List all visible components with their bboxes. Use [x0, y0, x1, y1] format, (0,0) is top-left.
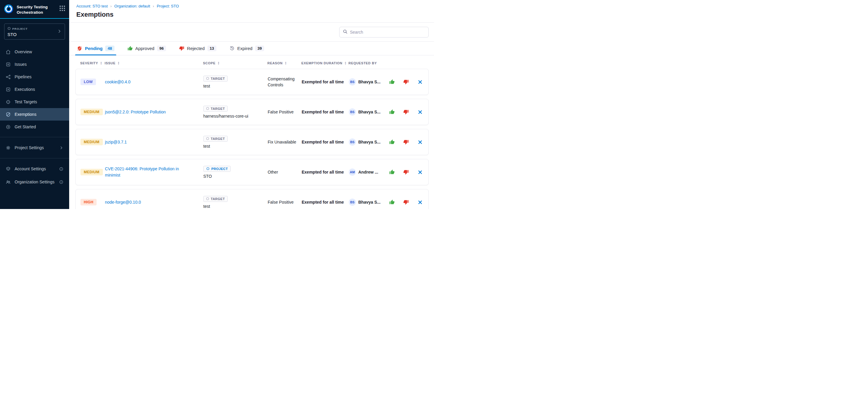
- project-selector[interactable]: PROJECT STO: [4, 24, 65, 40]
- thumbs-up-icon: [389, 139, 395, 145]
- issue-link[interactable]: cookie@0.4.0: [105, 79, 139, 85]
- sidebar-item-executions[interactable]: Executions: [0, 83, 69, 96]
- tab-approved[interactable]: Approved 96: [128, 42, 166, 55]
- duration-cell: Exempted for all time: [302, 200, 349, 205]
- column-header-issue[interactable]: ISSUE▲▼: [104, 61, 203, 65]
- severity-cell: MEDIUM: [81, 169, 105, 175]
- exemption-row: MEDIUM CVE-2021-44906: Prototype Polluti…: [75, 159, 429, 185]
- duration-cell: Exempted for all time: [302, 79, 349, 84]
- issue-link[interactable]: json5@2.2.0: Prototype Pollution: [105, 109, 174, 115]
- avatar: BS: [349, 138, 356, 146]
- avatar: BS: [349, 78, 356, 85]
- reject-button[interactable]: [403, 139, 409, 145]
- issue-link[interactable]: CVE-2021-44906: Prototype Pollution in m…: [105, 166, 203, 178]
- reason-cell: Fix Unavailable: [268, 139, 302, 145]
- target-ring-icon: [206, 77, 209, 80]
- breadcrumb-project-link[interactable]: Project: STO: [157, 4, 179, 8]
- column-header-severity[interactable]: SEVERITY▲▼: [80, 61, 104, 65]
- breadcrumb-account-link[interactable]: Account: STO test: [76, 4, 107, 8]
- scope-value: test: [203, 84, 268, 89]
- approve-button[interactable]: [389, 169, 395, 175]
- severity-cell: MEDIUM: [81, 139, 105, 145]
- exemptions-table: SEVERITY▲▼ ISSUE▲▼ SCOPE▲▼ REASON▲▼ EXEM…: [69, 56, 434, 209]
- tab-expired[interactable]: Expired 39: [229, 42, 264, 55]
- reject-button[interactable]: [403, 109, 409, 115]
- thumbs-down-icon: [403, 109, 409, 115]
- requested-by-cell: BS Bhavya S...: [349, 78, 386, 85]
- thumbs-up-icon: [389, 109, 395, 115]
- pending-count-badge: 48: [105, 45, 114, 51]
- requested-by-cell: BS Bhavya S...: [349, 108, 386, 115]
- severity-badge: MEDIUM: [81, 109, 103, 115]
- approve-button[interactable]: [389, 109, 395, 115]
- issue-link[interactable]: node-forge@0.10.0: [105, 199, 149, 205]
- thumbs-down-icon: [403, 169, 409, 175]
- issue-link[interactable]: jszip@3.7.1: [105, 139, 135, 145]
- sidebar-item-account-settings[interactable]: Account Settings: [0, 162, 69, 175]
- cancel-button[interactable]: [417, 139, 423, 145]
- sidebar-item-pipelines[interactable]: Pipelines: [0, 71, 69, 83]
- scope-cell: TARGET test: [203, 136, 268, 148]
- severity-cell: LOW: [81, 79, 105, 85]
- approve-button[interactable]: [389, 79, 395, 85]
- reason-cell: False Positive: [268, 199, 302, 205]
- duration-cell: Exempted for all time: [302, 170, 349, 174]
- column-header-exemption-duration[interactable]: EXEMPTION DURATION▲▼: [301, 61, 348, 65]
- main-content: Account: STO test › Organization: defaul…: [69, 0, 434, 209]
- approve-button[interactable]: [389, 199, 395, 205]
- target-icon: [6, 99, 11, 104]
- requester-name: Bhavya S...: [358, 79, 381, 84]
- reason-cell: Compensating Controls: [268, 76, 302, 88]
- severity-badge: HIGH: [81, 199, 97, 205]
- search-input[interactable]: [350, 30, 425, 35]
- requester-name: Bhavya S...: [358, 200, 381, 205]
- executions-icon: [6, 87, 11, 92]
- severity-badge: LOW: [81, 79, 96, 85]
- actions-cell: [386, 199, 424, 205]
- sidebar-item-test-targets[interactable]: Test Targets: [0, 96, 69, 108]
- breadcrumb-organization-link[interactable]: Organization: default: [115, 4, 150, 8]
- scope-target-badge: TARGET: [203, 76, 228, 81]
- tab-rejected[interactable]: Rejected 13: [179, 42, 216, 55]
- sidebar-item-overview[interactable]: Overview: [0, 45, 69, 58]
- scope-value: test: [203, 204, 268, 209]
- search-box: [339, 27, 429, 37]
- sidebar-item-issues[interactable]: Issues: [0, 58, 69, 71]
- exemption-row: MEDIUM json5@2.2.0: Prototype Pollution …: [75, 99, 429, 125]
- reject-button[interactable]: [403, 79, 409, 85]
- column-header-reason[interactable]: REASON▲▼: [268, 61, 301, 65]
- cancel-button[interactable]: [417, 79, 423, 85]
- sidebar-item-organization-settings[interactable]: Organization Settings: [0, 175, 69, 188]
- project-cube-icon: [7, 26, 11, 31]
- sidebar-item-get-started[interactable]: Get Started: [0, 120, 69, 133]
- sidebar-item-exemptions[interactable]: Exemptions: [0, 108, 69, 120]
- breadcrumb-separator: ›: [107, 4, 114, 8]
- cancel-button[interactable]: [417, 109, 423, 115]
- thumbs-up-icon: [389, 79, 395, 84]
- close-icon: [418, 80, 423, 84]
- scope-cell: TARGET test: [203, 196, 268, 209]
- reject-button[interactable]: [403, 199, 409, 205]
- avatar: BS: [349, 108, 356, 115]
- project-name: STO: [7, 32, 57, 37]
- reason-cell: Other: [268, 169, 302, 175]
- app-switcher-grid-icon[interactable]: [60, 6, 65, 11]
- cancel-button[interactable]: [417, 169, 423, 175]
- thumbs-up-icon: [128, 46, 133, 51]
- sidebar-nav: Overview Issues Pipelines Executions Tes…: [0, 45, 69, 133]
- reject-button[interactable]: [403, 169, 409, 175]
- actions-cell: [386, 139, 424, 145]
- cancel-button[interactable]: [417, 199, 423, 205]
- divider: [0, 137, 69, 137]
- toolbar: [69, 23, 434, 42]
- severity-badge: MEDIUM: [81, 169, 103, 175]
- layers-icon: [6, 166, 11, 172]
- target-ring-icon: [206, 137, 209, 140]
- sidebar-item-project-settings[interactable]: Project Settings: [0, 141, 69, 154]
- column-header-scope[interactable]: SCOPE▲▼: [203, 61, 268, 65]
- approve-button[interactable]: [389, 139, 395, 145]
- tab-pending[interactable]: Pending 48: [77, 42, 115, 55]
- people-icon: [6, 179, 11, 184]
- avatar: AM: [349, 169, 356, 176]
- exemption-row: HIGH node-forge@0.10.0 TARGET test False…: [75, 189, 429, 209]
